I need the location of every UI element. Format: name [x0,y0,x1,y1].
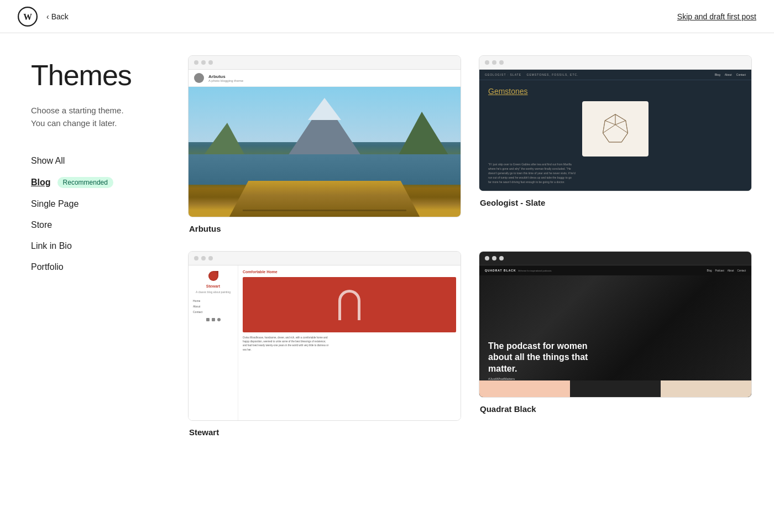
stewart-site-title: Stewart [206,284,220,288]
browser-bar [189,56,461,70]
quadrat-nav-links: Blog Podcast About Contact [707,269,746,272]
browser-dot-12 [499,256,504,260]
quadrat-podcast-link: Podcast [715,269,724,272]
theme-card-geologist-slate[interactable]: GEOLOGIST · SLATE Gemstones, Fossils, Et… [479,55,752,233]
app-header: W ‹ Back Skip and draft first post [0,0,774,33]
geologist-contact-link: Contact [736,73,746,76]
nav-link-blog[interactable]: Blog [31,178,51,187]
browser-bar-4 [479,252,751,265]
skip-link[interactable]: Skip and draft first post [677,12,756,21]
svg-marker-5 [615,121,628,133]
quadrat-brand: QUADRAT BLACK A theme for inspirational … [485,269,552,272]
geologist-content: Gemstones [479,80,751,191]
nav-link-single-page[interactable]: Single Page [31,199,79,209]
quadrat-blog-link: Blog [707,269,712,272]
browser-dot-10 [485,256,489,260]
nav-link-store[interactable]: Store [31,220,52,230]
quadrat-nav: QUADRAT BLACK A theme for inspirational … [479,265,751,275]
stewart-featured-image [243,277,456,332]
quadrat-about-link: About [728,269,734,272]
browser-dot-3 [208,60,213,65]
nav-item-link-in-bio[interactable]: Link in Bio [31,241,155,251]
quadrat-theme-name: Quadrat Black [479,404,752,414]
nav-item-portfolio[interactable]: Portfolio [31,262,155,272]
geologist-nav: GEOLOGIST · SLATE Gemstones, Fossils, Et… [479,70,751,80]
quadrat-brand-name: QUADRAT BLACK [485,269,516,272]
quadrat-brand-tagline: A theme for inspirational podcasts [519,269,552,272]
page-title: Themes [31,60,155,91]
browser-bar-3 [189,252,461,265]
page-subtitle: Choose a starting theme. You can change … [31,105,155,129]
arbutus-tagline: A photo blogging theme [208,79,243,82]
theme-card-quadrat-black[interactable]: QUADRAT BLACK A theme for inspirational … [479,251,752,437]
gem-illustration [599,112,632,145]
theme-filter-nav: Show All Blog Recommended Single Page St… [31,156,155,272]
browser-dot-2 [201,60,206,65]
geologist-logo: GEOLOGIST · SLATE Gemstones, Fossils, Et… [485,73,578,76]
stewart-nav-home: Home [193,299,233,302]
nav-item-single-page[interactable]: Single Page [31,199,155,209]
svg-text:W: W [23,12,32,21]
stewart-theme-name: Stewart [188,427,461,437]
nav-item-blog[interactable]: Blog Recommended [31,177,155,188]
wordpress-logo: W [18,7,38,27]
nav-item-store[interactable]: Store [31,220,155,230]
geologist-nav-links: Blog About Contact [715,73,746,76]
svg-marker-3 [615,114,626,125]
strip-image-3 [661,380,751,397]
stewart-logo-icon [208,271,218,281]
strip-image-1 [479,380,570,397]
quadrat-hero: The podcast for womenabout all the thing… [479,275,751,397]
facebook-icon [212,318,215,321]
svg-marker-4 [605,114,615,125]
quadrat-hero-text-block: The podcast for womenabout all the thing… [488,341,742,380]
geologist-featured-card [582,101,649,157]
back-arrow-icon: ‹ [46,12,49,21]
theme-preview-arbutus: Arbutus A photo blogging theme [188,55,461,217]
geologist-theme-name: Geologist - Slate [479,198,752,207]
nav-link-link-in-bio[interactable]: Link in Bio [31,241,72,251]
browser-dot-6 [499,60,504,65]
arch-illustration [338,290,360,320]
twitter-icon [206,318,210,321]
theme-card-stewart[interactable]: Stewart A classic blog about painting Ho… [188,251,461,437]
quadrat-site-content: QUADRAT BLACK A theme for inspirational … [479,265,751,397]
stewart-social-links [206,318,221,321]
nav-link-portfolio[interactable]: Portfolio [31,262,64,272]
browser-dot-11 [492,256,496,260]
strip-image-2 [570,380,661,397]
header-left: W ‹ Back [18,7,69,27]
theme-grid: Arbutus A photo blogging theme [188,55,752,437]
stewart-post-title: Comfortable Home [243,270,456,274]
sidebar: Themes Choose a starting theme. You can … [0,33,177,532]
theme-grid-container: Arbutus A photo blogging theme [177,33,774,532]
instagram-icon [217,318,221,321]
svg-marker-7 [603,125,628,143]
quadrat-bottom-strip [479,380,751,397]
geologist-about-link: About [725,73,732,76]
browser-dot-7 [194,256,198,260]
geologist-site-content: GEOLOGIST · SLATE Gemstones, Fossils, Et… [479,70,751,191]
theme-card-arbutus[interactable]: Arbutus A photo blogging theme [188,55,461,233]
main-container: Themes Choose a starting theme. You can … [0,33,774,532]
stewart-excerpt: Ovina Woodhouse, handsome, clever, and r… [243,336,456,352]
geologist-post-title: Gemstones [488,87,742,96]
back-label: Back [51,12,69,21]
quadrat-contact-link: Contact [737,269,746,272]
stewart-nav-about: About [193,305,233,308]
theme-preview-geologist: GEOLOGIST · SLATE Gemstones, Fossils, Et… [479,55,752,191]
stewart-site-content: Stewart A classic blog about painting Ho… [189,265,461,420]
browser-dot-5 [492,60,496,65]
browser-dot-1 [194,60,198,65]
back-button[interactable]: ‹ Back [46,12,69,21]
arbutus-avatar-icon [194,73,204,83]
browser-dot-9 [208,256,213,260]
browser-dot-4 [485,60,489,65]
nav-link-show-all[interactable]: Show All [31,156,65,166]
stewart-tagline: A classic blog about painting [196,290,231,294]
nav-item-show-all[interactable]: Show All [31,156,155,166]
browser-dot-8 [201,256,206,260]
stewart-sidebar: Stewart A classic blog about painting Ho… [189,265,238,420]
stewart-main: Comfortable Home Ovina Woodhouse, handso… [238,265,461,420]
browser-bar-2 [479,56,751,70]
